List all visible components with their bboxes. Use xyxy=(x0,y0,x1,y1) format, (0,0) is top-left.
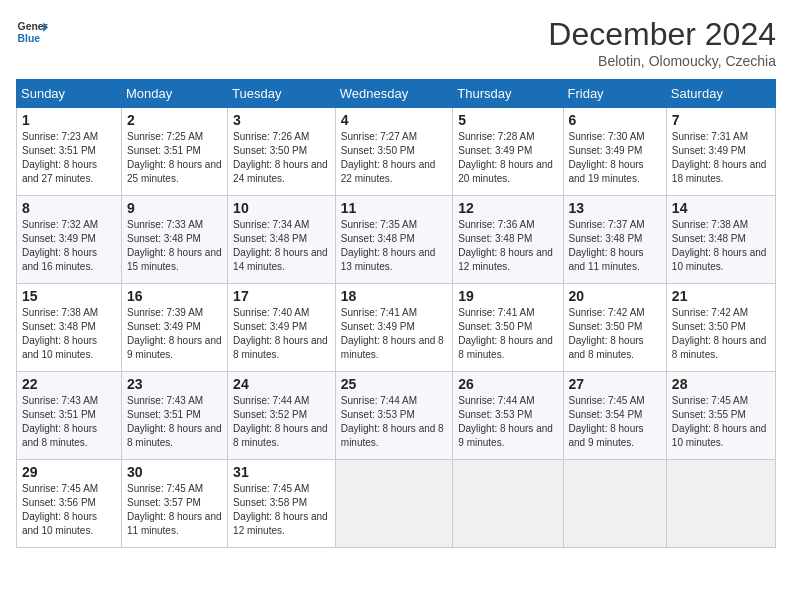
day-number: 15 xyxy=(22,288,116,304)
calendar-week-row: 1 Sunrise: 7:23 AMSunset: 3:51 PMDayligh… xyxy=(17,108,776,196)
day-header-monday: Monday xyxy=(122,80,228,108)
cell-info: Sunrise: 7:30 AMSunset: 3:49 PMDaylight:… xyxy=(569,131,645,184)
day-header-tuesday: Tuesday xyxy=(228,80,336,108)
calendar-cell: 6 Sunrise: 7:30 AMSunset: 3:49 PMDayligh… xyxy=(563,108,666,196)
calendar-cell: 28 Sunrise: 7:45 AMSunset: 3:55 PMDaylig… xyxy=(666,372,775,460)
calendar-week-row: 8 Sunrise: 7:32 AMSunset: 3:49 PMDayligh… xyxy=(17,196,776,284)
calendar-cell: 20 Sunrise: 7:42 AMSunset: 3:50 PMDaylig… xyxy=(563,284,666,372)
logo-icon: General Blue xyxy=(16,16,48,48)
cell-info: Sunrise: 7:33 AMSunset: 3:48 PMDaylight:… xyxy=(127,219,222,272)
calendar-table: SundayMondayTuesdayWednesdayThursdayFrid… xyxy=(16,79,776,548)
cell-info: Sunrise: 7:45 AMSunset: 3:55 PMDaylight:… xyxy=(672,395,767,448)
calendar-cell: 16 Sunrise: 7:39 AMSunset: 3:49 PMDaylig… xyxy=(122,284,228,372)
calendar-cell: 3 Sunrise: 7:26 AMSunset: 3:50 PMDayligh… xyxy=(228,108,336,196)
cell-info: Sunrise: 7:41 AMSunset: 3:49 PMDaylight:… xyxy=(341,307,444,360)
day-number: 19 xyxy=(458,288,557,304)
month-title: December 2024 xyxy=(548,16,776,53)
svg-text:Blue: Blue xyxy=(18,33,41,44)
calendar-cell: 8 Sunrise: 7:32 AMSunset: 3:49 PMDayligh… xyxy=(17,196,122,284)
day-header-saturday: Saturday xyxy=(666,80,775,108)
calendar-cell: 4 Sunrise: 7:27 AMSunset: 3:50 PMDayligh… xyxy=(335,108,453,196)
day-number: 1 xyxy=(22,112,116,128)
day-number: 2 xyxy=(127,112,222,128)
cell-info: Sunrise: 7:41 AMSunset: 3:50 PMDaylight:… xyxy=(458,307,553,360)
day-number: 7 xyxy=(672,112,770,128)
location-subtitle: Belotin, Olomoucky, Czechia xyxy=(548,53,776,69)
cell-info: Sunrise: 7:38 AMSunset: 3:48 PMDaylight:… xyxy=(22,307,98,360)
day-number: 8 xyxy=(22,200,116,216)
cell-info: Sunrise: 7:43 AMSunset: 3:51 PMDaylight:… xyxy=(22,395,98,448)
calendar-cell: 11 Sunrise: 7:35 AMSunset: 3:48 PMDaylig… xyxy=(335,196,453,284)
calendar-cell: 14 Sunrise: 7:38 AMSunset: 3:48 PMDaylig… xyxy=(666,196,775,284)
calendar-cell: 5 Sunrise: 7:28 AMSunset: 3:49 PMDayligh… xyxy=(453,108,563,196)
cell-info: Sunrise: 7:36 AMSunset: 3:48 PMDaylight:… xyxy=(458,219,553,272)
calendar-cell: 25 Sunrise: 7:44 AMSunset: 3:53 PMDaylig… xyxy=(335,372,453,460)
calendar-cell: 17 Sunrise: 7:40 AMSunset: 3:49 PMDaylig… xyxy=(228,284,336,372)
day-number: 23 xyxy=(127,376,222,392)
day-header-friday: Friday xyxy=(563,80,666,108)
cell-info: Sunrise: 7:25 AMSunset: 3:51 PMDaylight:… xyxy=(127,131,222,184)
calendar-cell xyxy=(563,460,666,548)
cell-info: Sunrise: 7:23 AMSunset: 3:51 PMDaylight:… xyxy=(22,131,98,184)
cell-info: Sunrise: 7:38 AMSunset: 3:48 PMDaylight:… xyxy=(672,219,767,272)
calendar-cell: 15 Sunrise: 7:38 AMSunset: 3:48 PMDaylig… xyxy=(17,284,122,372)
day-number: 9 xyxy=(127,200,222,216)
day-number: 29 xyxy=(22,464,116,480)
calendar-cell: 7 Sunrise: 7:31 AMSunset: 3:49 PMDayligh… xyxy=(666,108,775,196)
cell-info: Sunrise: 7:26 AMSunset: 3:50 PMDaylight:… xyxy=(233,131,328,184)
day-number: 28 xyxy=(672,376,770,392)
day-number: 26 xyxy=(458,376,557,392)
cell-info: Sunrise: 7:32 AMSunset: 3:49 PMDaylight:… xyxy=(22,219,98,272)
day-number: 13 xyxy=(569,200,661,216)
day-number: 4 xyxy=(341,112,448,128)
day-number: 18 xyxy=(341,288,448,304)
day-number: 14 xyxy=(672,200,770,216)
calendar-cell: 29 Sunrise: 7:45 AMSunset: 3:56 PMDaylig… xyxy=(17,460,122,548)
day-header-thursday: Thursday xyxy=(453,80,563,108)
calendar-cell: 10 Sunrise: 7:34 AMSunset: 3:48 PMDaylig… xyxy=(228,196,336,284)
calendar-cell: 2 Sunrise: 7:25 AMSunset: 3:51 PMDayligh… xyxy=(122,108,228,196)
cell-info: Sunrise: 7:42 AMSunset: 3:50 PMDaylight:… xyxy=(569,307,645,360)
calendar-cell: 30 Sunrise: 7:45 AMSunset: 3:57 PMDaylig… xyxy=(122,460,228,548)
calendar-cell: 31 Sunrise: 7:45 AMSunset: 3:58 PMDaylig… xyxy=(228,460,336,548)
day-number: 25 xyxy=(341,376,448,392)
cell-info: Sunrise: 7:44 AMSunset: 3:53 PMDaylight:… xyxy=(458,395,553,448)
day-number: 24 xyxy=(233,376,330,392)
cell-info: Sunrise: 7:34 AMSunset: 3:48 PMDaylight:… xyxy=(233,219,328,272)
day-number: 16 xyxy=(127,288,222,304)
calendar-cell: 1 Sunrise: 7:23 AMSunset: 3:51 PMDayligh… xyxy=(17,108,122,196)
day-number: 30 xyxy=(127,464,222,480)
calendar-cell xyxy=(453,460,563,548)
calendar-cell: 9 Sunrise: 7:33 AMSunset: 3:48 PMDayligh… xyxy=(122,196,228,284)
logo: General Blue xyxy=(16,16,48,48)
calendar-cell: 21 Sunrise: 7:42 AMSunset: 3:50 PMDaylig… xyxy=(666,284,775,372)
calendar-cell: 22 Sunrise: 7:43 AMSunset: 3:51 PMDaylig… xyxy=(17,372,122,460)
calendar-cell: 19 Sunrise: 7:41 AMSunset: 3:50 PMDaylig… xyxy=(453,284,563,372)
day-header-wednesday: Wednesday xyxy=(335,80,453,108)
cell-info: Sunrise: 7:37 AMSunset: 3:48 PMDaylight:… xyxy=(569,219,645,272)
day-number: 31 xyxy=(233,464,330,480)
cell-info: Sunrise: 7:45 AMSunset: 3:56 PMDaylight:… xyxy=(22,483,98,536)
title-block: December 2024 Belotin, Olomoucky, Czechi… xyxy=(548,16,776,69)
cell-info: Sunrise: 7:45 AMSunset: 3:57 PMDaylight:… xyxy=(127,483,222,536)
cell-info: Sunrise: 7:43 AMSunset: 3:51 PMDaylight:… xyxy=(127,395,222,448)
calendar-cell: 13 Sunrise: 7:37 AMSunset: 3:48 PMDaylig… xyxy=(563,196,666,284)
cell-info: Sunrise: 7:44 AMSunset: 3:53 PMDaylight:… xyxy=(341,395,444,448)
day-number: 17 xyxy=(233,288,330,304)
day-number: 6 xyxy=(569,112,661,128)
calendar-week-row: 15 Sunrise: 7:38 AMSunset: 3:48 PMDaylig… xyxy=(17,284,776,372)
cell-info: Sunrise: 7:27 AMSunset: 3:50 PMDaylight:… xyxy=(341,131,436,184)
day-header-sunday: Sunday xyxy=(17,80,122,108)
days-header-row: SundayMondayTuesdayWednesdayThursdayFrid… xyxy=(17,80,776,108)
calendar-cell: 23 Sunrise: 7:43 AMSunset: 3:51 PMDaylig… xyxy=(122,372,228,460)
cell-info: Sunrise: 7:31 AMSunset: 3:49 PMDaylight:… xyxy=(672,131,767,184)
day-number: 12 xyxy=(458,200,557,216)
calendar-cell: 18 Sunrise: 7:41 AMSunset: 3:49 PMDaylig… xyxy=(335,284,453,372)
cell-info: Sunrise: 7:28 AMSunset: 3:49 PMDaylight:… xyxy=(458,131,553,184)
day-number: 27 xyxy=(569,376,661,392)
cell-info: Sunrise: 7:44 AMSunset: 3:52 PMDaylight:… xyxy=(233,395,328,448)
day-number: 5 xyxy=(458,112,557,128)
day-number: 22 xyxy=(22,376,116,392)
day-number: 20 xyxy=(569,288,661,304)
calendar-cell: 26 Sunrise: 7:44 AMSunset: 3:53 PMDaylig… xyxy=(453,372,563,460)
